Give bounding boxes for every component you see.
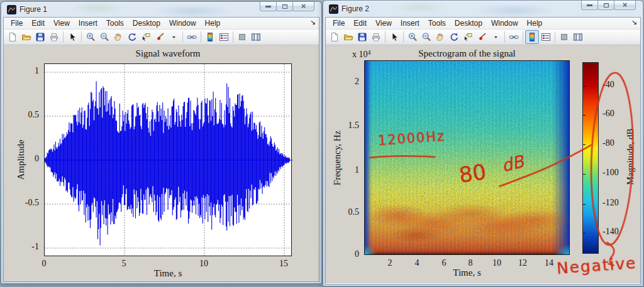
close-button[interactable]: × bbox=[292, 2, 314, 11]
colorbar-tick: -60 bbox=[602, 109, 629, 119]
minimize-button[interactable] bbox=[581, 1, 598, 10]
figure1-titlebar[interactable]: Figure 1 × bbox=[3, 2, 319, 17]
restore-icon bbox=[282, 4, 287, 9]
zoom-in-icon[interactable] bbox=[84, 30, 97, 44]
save-figure-icon[interactable] bbox=[33, 30, 47, 44]
insert-legend-icon[interactable] bbox=[539, 30, 553, 44]
data-cursor-icon[interactable] bbox=[139, 30, 153, 44]
toolbar-separator bbox=[504, 31, 505, 43]
plot2-xtick: 8 bbox=[461, 258, 480, 268]
zoom-out-icon[interactable] bbox=[419, 30, 433, 44]
figure1-menubar: FileEditViewInsertToolsDesktopWindowHelp… bbox=[4, 18, 319, 30]
pan-icon[interactable] bbox=[111, 30, 125, 44]
menu-view[interactable]: View bbox=[49, 18, 74, 28]
menu-view[interactable]: View bbox=[371, 18, 396, 28]
figure2-canvas: Spectrogram of the signal x 104 Frequenc… bbox=[326, 45, 640, 283]
waveform-plot-area[interactable] bbox=[44, 63, 292, 256]
edit-plot-cursor-icon[interactable] bbox=[387, 30, 401, 44]
plot1-ytick: -1 bbox=[4, 242, 39, 252]
menu-desktop[interactable]: Desktop bbox=[450, 18, 487, 28]
toolbar-separator bbox=[233, 31, 233, 43]
menu-file[interactable]: File bbox=[328, 18, 349, 28]
figure2-titlebar[interactable]: Figure 2 × bbox=[325, 1, 641, 17]
colorbar-tick: -80 bbox=[602, 138, 629, 148]
rotate-3d-icon[interactable] bbox=[125, 30, 139, 44]
menu-desktop[interactable]: Desktop bbox=[128, 18, 165, 28]
plot1-ytick: 0 bbox=[4, 154, 39, 164]
insert-legend-icon[interactable] bbox=[217, 30, 231, 44]
figure1-window: Figure 1 × FileEditViewInsertToolsDeskto… bbox=[1, 1, 322, 284]
spectrogram-image bbox=[365, 61, 569, 254]
rotate-3d-icon[interactable] bbox=[447, 30, 461, 44]
menu-window[interactable]: Window bbox=[165, 18, 201, 28]
hide-plot-tools-icon[interactable] bbox=[235, 30, 249, 44]
toolbar-separator bbox=[403, 31, 404, 43]
matlab-icon bbox=[329, 4, 338, 14]
print-figure-icon[interactable] bbox=[369, 30, 383, 44]
hide-plot-tools-icon[interactable] bbox=[557, 30, 571, 44]
close-icon: × bbox=[623, 2, 628, 8]
close-button[interactable]: × bbox=[614, 1, 636, 10]
brush-dropdown-icon[interactable] bbox=[167, 30, 180, 44]
figure2-window: Figure 2 × FileEditViewInsertToolsDeskto… bbox=[323, 0, 643, 286]
insert-colorbar-icon[interactable] bbox=[203, 30, 217, 44]
plot2-xtick: 14 bbox=[540, 258, 558, 268]
edit-plot-cursor-icon[interactable] bbox=[65, 30, 79, 44]
plot2-ytick: 1.5 bbox=[326, 121, 359, 131]
plot2-xtick: 6 bbox=[435, 258, 453, 268]
menu-edit[interactable]: Edit bbox=[349, 18, 371, 28]
plot2-ytick: 0.5 bbox=[326, 207, 359, 217]
toolbar-separator bbox=[201, 31, 201, 43]
desktop: Figure 1 × FileEditViewInsertToolsDeskto… bbox=[0, 0, 644, 287]
colorbar-tick-mark bbox=[583, 174, 586, 175]
zoom-out-icon[interactable] bbox=[97, 30, 111, 44]
new-figure-icon[interactable] bbox=[328, 30, 341, 44]
restore-button[interactable] bbox=[597, 1, 614, 10]
data-cursor-icon[interactable] bbox=[461, 30, 475, 44]
spectrogram-plot-area[interactable] bbox=[364, 60, 570, 255]
matlab-icon bbox=[7, 5, 16, 14]
plot1-ytick: -0.5 bbox=[4, 198, 39, 208]
menu-tools[interactable]: Tools bbox=[424, 18, 450, 28]
print-figure-icon[interactable] bbox=[47, 30, 61, 44]
plot1-xtick: 10 bbox=[194, 259, 213, 269]
plot1-xtick: 5 bbox=[114, 259, 133, 269]
insert-colorbar-icon[interactable] bbox=[525, 30, 539, 44]
save-figure-icon[interactable] bbox=[355, 30, 369, 44]
plot1-xlabel: Time, s bbox=[44, 268, 292, 279]
menu-edit[interactable]: Edit bbox=[27, 18, 49, 28]
plot2-xtick: 10 bbox=[487, 258, 506, 268]
brush-icon[interactable] bbox=[475, 30, 489, 44]
figure2-menubar: FileEditViewInsertToolsDesktopWindowHelp… bbox=[326, 18, 640, 30]
menu-insert[interactable]: Insert bbox=[74, 18, 102, 28]
pan-icon[interactable] bbox=[433, 30, 447, 44]
menu-window[interactable]: Window bbox=[487, 18, 523, 28]
brush-icon[interactable] bbox=[153, 30, 167, 44]
open-file-icon[interactable] bbox=[19, 30, 33, 44]
link-plot-icon[interactable] bbox=[185, 30, 199, 44]
menu-tools[interactable]: Tools bbox=[102, 18, 128, 28]
brush-dropdown-icon[interactable] bbox=[489, 30, 502, 44]
plot2-xlabel: Time, s bbox=[364, 268, 570, 278]
minimize-icon bbox=[265, 6, 271, 8]
open-file-icon[interactable] bbox=[341, 30, 355, 44]
minimize-button[interactable] bbox=[260, 2, 277, 11]
new-figure-icon[interactable] bbox=[6, 30, 19, 44]
plot1-ytick: 0.5 bbox=[4, 110, 39, 120]
plot2-xtick: 12 bbox=[513, 258, 532, 268]
menu-insert[interactable]: Insert bbox=[396, 18, 424, 28]
show-plot-tools-icon[interactable] bbox=[249, 30, 263, 44]
toolbar-separator bbox=[385, 31, 386, 43]
plot2-xtick: 4 bbox=[408, 258, 426, 268]
dock-arrow-icon[interactable]: ↘ bbox=[310, 18, 316, 26]
link-plot-icon[interactable] bbox=[507, 30, 521, 44]
colorbar bbox=[582, 62, 599, 254]
menu-file[interactable]: File bbox=[6, 18, 27, 28]
colorbar-tick-mark bbox=[583, 115, 586, 116]
show-plot-tools-icon[interactable] bbox=[571, 30, 585, 44]
zoom-in-icon[interactable] bbox=[406, 30, 419, 44]
restore-button[interactable] bbox=[276, 2, 293, 11]
menu-help[interactable]: Help bbox=[201, 18, 225, 28]
menu-help[interactable]: Help bbox=[523, 18, 547, 28]
dock-arrow-icon[interactable]: ↘ bbox=[631, 18, 637, 26]
